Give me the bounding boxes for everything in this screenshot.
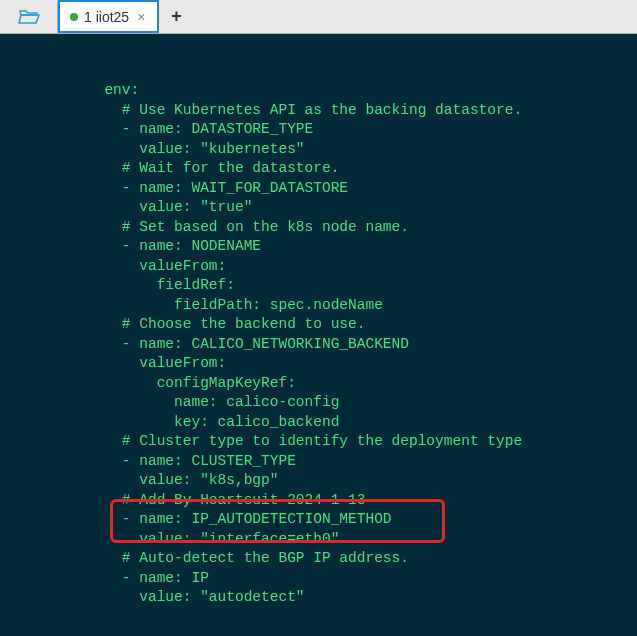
- new-tab-button[interactable]: +: [159, 0, 193, 33]
- code-line: # Set based on the k8s node name.: [0, 218, 637, 238]
- code-line: fieldPath: spec.nodeName: [0, 296, 637, 316]
- code-line: - name: CALICO_NETWORKING_BACKEND: [0, 335, 637, 355]
- code-line: # Add By Heartsuit 2024-1-13: [0, 491, 637, 511]
- folder-icon: [18, 8, 40, 26]
- code-line: - name: CLUSTER_TYPE: [0, 452, 637, 472]
- code-line: fieldRef:: [0, 276, 637, 296]
- code-line: value: "true": [0, 198, 637, 218]
- code-line: env:: [0, 81, 637, 101]
- code-line: # Choose the backend to use.: [0, 315, 637, 335]
- tab-active[interactable]: 1 iiot25 ×: [58, 0, 159, 33]
- code-editor[interactable]: env: # Use Kubernetes API as the backing…: [0, 34, 637, 636]
- code-line: valueFrom:: [0, 354, 637, 374]
- tab-label: 1 iiot25: [84, 9, 129, 25]
- code-line: # Wait for the datastore.: [0, 159, 637, 179]
- code-line: # Use Kubernetes API as the backing data…: [0, 101, 637, 121]
- code-line: - name: WAIT_FOR_DATASTORE: [0, 179, 637, 199]
- open-folder-button[interactable]: [0, 0, 58, 33]
- code-line: - name: IP: [0, 569, 637, 589]
- code-line: value: "k8s,bgp": [0, 471, 637, 491]
- code-line: value: "autodetect": [0, 588, 637, 608]
- code-line: name: calico-config: [0, 393, 637, 413]
- modified-dot-icon: [70, 13, 78, 21]
- code-line: - name: IP_AUTODETECTION_METHOD: [0, 510, 637, 530]
- code-line: # Auto-detect the BGP IP address.: [0, 549, 637, 569]
- plus-icon: +: [171, 7, 182, 27]
- code-line: - name: NODENAME: [0, 237, 637, 257]
- code-content: env: # Use Kubernetes API as the backing…: [0, 81, 637, 608]
- tab-bar: 1 iiot25 × +: [0, 0, 637, 34]
- code-line: - name: DATASTORE_TYPE: [0, 120, 637, 140]
- code-line: value: "interface=eth0": [0, 530, 637, 550]
- close-icon[interactable]: ×: [135, 9, 147, 25]
- code-line: value: "kubernetes": [0, 140, 637, 160]
- code-line: configMapKeyRef:: [0, 374, 637, 394]
- code-line: valueFrom:: [0, 257, 637, 277]
- code-line: # Cluster type to identify the deploymen…: [0, 432, 637, 452]
- code-line: key: calico_backend: [0, 413, 637, 433]
